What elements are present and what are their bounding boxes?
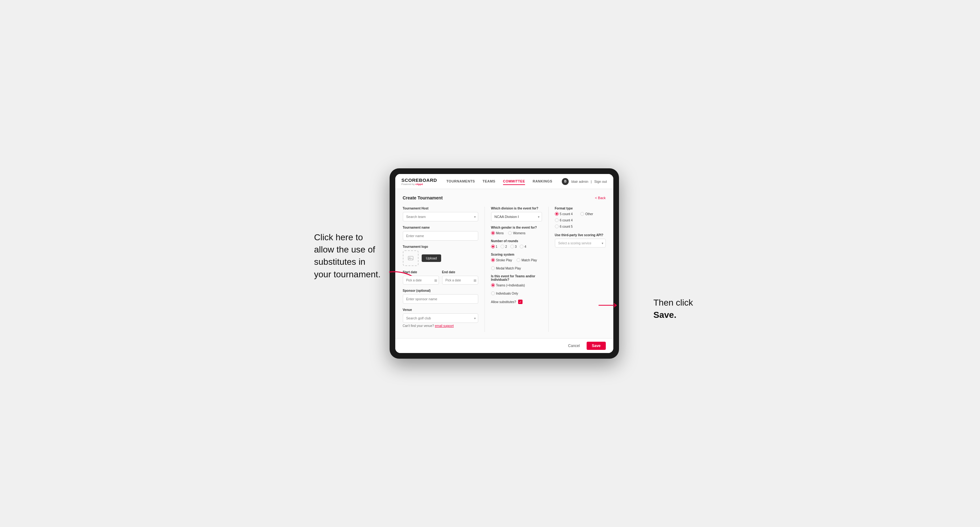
round-2[interactable]: 2: [501, 244, 507, 248]
round-2-dot: [501, 244, 504, 248]
venue-group: Venue Can't find your venue? email suppo…: [403, 308, 478, 328]
event-type-group: Is this event for Teams and/or Individua…: [491, 275, 542, 295]
annotation-right: Then click Save.: [654, 297, 710, 321]
format-type-label: Format type: [555, 206, 606, 210]
scoring-stroke[interactable]: Stroke Play: [491, 258, 512, 262]
round-3[interactable]: 3: [510, 244, 517, 248]
format-5count4[interactable]: 5 count 4: [555, 212, 573, 216]
logo-placeholder: [403, 250, 418, 266]
email-support-link[interactable]: email support: [435, 324, 454, 328]
page-footer: Cancel Save: [395, 338, 613, 353]
format-other[interactable]: Other: [580, 212, 593, 216]
round-3-dot: [510, 244, 514, 248]
round-4[interactable]: 4: [520, 244, 526, 248]
navbar: SCOREBOARD Powered by clippd TOURNAMENTS…: [395, 174, 613, 189]
page-header: Create Tournament < Back: [403, 195, 606, 200]
scoring-service-wrapper: Select a scoring service: [555, 239, 606, 248]
gender-womens-dot: [508, 231, 512, 235]
allow-subs-checkbox[interactable]: ✓: [518, 300, 522, 304]
tournament-name-group: Tournament name: [403, 226, 478, 241]
tournament-host-group: Tournament Host: [403, 206, 478, 221]
rounds-label: Number of rounds: [491, 239, 542, 243]
rounds-group: Number of rounds 1 2: [491, 239, 542, 248]
form-col-3: Format type 5 count 4 Other: [548, 206, 606, 332]
allow-subs-checkbox-item[interactable]: Allow substitutes? ✓: [491, 300, 542, 304]
venue-input[interactable]: [403, 313, 478, 323]
start-date-wrapper: [403, 276, 439, 284]
sponsor-group: Sponsor (optional): [403, 289, 478, 304]
scoring-stroke-dot: [491, 258, 495, 262]
logo-powered: Powered by clippd: [402, 183, 437, 186]
gender-mens-dot: [491, 231, 495, 235]
gender-label: Which gender is the event for?: [491, 226, 542, 229]
format-other-dot: [580, 212, 584, 216]
logo-upload-area: Upload: [403, 250, 478, 266]
event-teams[interactable]: Teams (+Individuals): [491, 283, 525, 287]
tournament-name-input[interactable]: [403, 231, 478, 241]
end-date-wrapper: [442, 276, 478, 284]
form-grid: Tournament Host Tournament name Tourname…: [403, 206, 606, 332]
rounds-radio-group: 1 2 3: [491, 244, 542, 248]
format-6count5[interactable]: 6 count 5: [555, 225, 606, 228]
division-select-wrapper: NCAA Division I: [491, 212, 542, 221]
nav-item-teams[interactable]: TEAMS: [483, 178, 495, 185]
format-6count4[interactable]: 6 count 4: [555, 218, 606, 222]
sponsor-label: Sponsor (optional): [403, 289, 478, 292]
upload-button[interactable]: Upload: [422, 254, 441, 262]
sponsor-input[interactable]: [403, 294, 478, 304]
end-date-group: End date: [442, 270, 478, 284]
division-select[interactable]: NCAA Division I: [491, 212, 542, 221]
sign-out-link[interactable]: Sign out: [594, 179, 607, 183]
nav-item-rankings[interactable]: RANKINGS: [533, 178, 552, 185]
round-1[interactable]: 1: [491, 244, 498, 248]
tournament-logo-group: Tournament logo Upload: [403, 245, 478, 266]
gender-radio-group: Mens Womens: [491, 231, 542, 235]
format-6count5-dot: [555, 225, 558, 228]
allow-subs-group: Allow substitutes? ✓: [491, 300, 542, 304]
nav-logo: SCOREBOARD Powered by clippd: [402, 178, 437, 186]
tablet-frame: SCOREBOARD Powered by clippd TOURNAMENTS…: [390, 168, 619, 359]
cancel-button[interactable]: Cancel: [564, 342, 584, 350]
tournament-host-label: Tournament Host: [403, 206, 478, 210]
allow-subs-label: Allow substitutes?: [491, 300, 516, 304]
svg-point-1: [409, 257, 410, 259]
scoring-api-label: Use third-party live scoring API?: [555, 233, 606, 237]
division-group: Which division is the event for? NCAA Di…: [491, 206, 542, 221]
scoring-medal-match[interactable]: Medal Match Play: [491, 266, 521, 270]
nav-items: TOURNAMENTS TEAMS COMMITTEE RANKINGS: [447, 178, 562, 185]
event-teams-dot: [491, 283, 495, 287]
division-label: Which division is the event for?: [491, 206, 542, 210]
back-link[interactable]: < Back: [595, 196, 606, 200]
tournament-host-input[interactable]: [403, 212, 478, 221]
annotation-left: Click here to allow the use of substitut…: [314, 231, 383, 281]
gender-womens[interactable]: Womens: [508, 231, 525, 235]
round-1-dot: [491, 244, 495, 248]
user-name: blair admin: [571, 179, 588, 183]
venue-select-wrapper: [403, 313, 478, 323]
scoring-match[interactable]: Match Play: [517, 258, 537, 262]
end-date-label: End date: [442, 270, 478, 274]
tournament-logo-label: Tournament logo: [403, 245, 478, 248]
scoring-system-label: Scoring system: [491, 253, 542, 256]
format-type-group: Format type 5 count 4 Other: [555, 206, 606, 228]
start-date-input[interactable]: [403, 276, 439, 284]
scoring-system-group: Scoring system Stroke Play Match Play: [491, 253, 542, 270]
end-date-input[interactable]: [442, 276, 478, 284]
event-type-label: Is this event for Teams and/or Individua…: [491, 275, 542, 281]
arrow-right-icon: [598, 300, 623, 310]
form-col-2: Which division is the event for? NCAA Di…: [485, 206, 542, 332]
event-type-radio-group: Teams (+Individuals) Individuals Only: [491, 283, 542, 295]
logo-scoreboard: SCOREBOARD: [402, 178, 437, 183]
tournament-host-select-wrapper: [403, 212, 478, 221]
gender-mens[interactable]: Mens: [491, 231, 504, 235]
format-6count4-dot: [555, 218, 558, 222]
nav-item-committee[interactable]: COMMITTEE: [503, 178, 525, 185]
format-options: 5 count 4 Other 6 count 4: [555, 212, 606, 228]
scoring-service-select[interactable]: Select a scoring service: [555, 239, 606, 248]
event-individuals[interactable]: Individuals Only: [491, 292, 519, 295]
nav-item-tournaments[interactable]: TOURNAMENTS: [447, 178, 475, 185]
format-5count4-dot: [555, 212, 558, 216]
save-button[interactable]: Save: [587, 342, 606, 350]
venue-label: Venue: [403, 308, 478, 311]
scoring-radio-group: Stroke Play Match Play Medal Match Play: [491, 258, 542, 270]
